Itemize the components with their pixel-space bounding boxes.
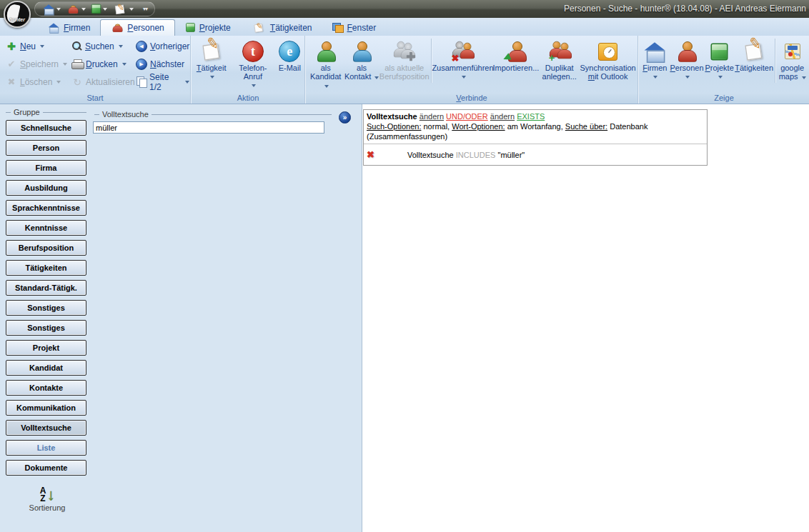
tab-projekte[interactable]: Projekte: [175, 19, 241, 36]
sidebar-item-sprachkenntnisse[interactable]: Sprachkenntnisse: [6, 200, 86, 216]
chevron-down-icon: [81, 8, 86, 11]
duplikat-anlegen-button[interactable]: + Duplikat anlegen...: [539, 37, 580, 93]
sidebar-item-kommunikation[interactable]: Kommunikation: [6, 400, 86, 416]
taetigkeit-button[interactable]: Tätigkeit: [193, 37, 229, 93]
chevron-down-icon: [653, 76, 657, 79]
outlook-sync-icon: [598, 43, 617, 61]
zeige-firmen-button[interactable]: Firmen: [640, 37, 670, 93]
tab-fenster[interactable]: Fenster: [322, 19, 387, 36]
sidebar-item-liste[interactable]: Liste: [6, 440, 86, 456]
drucken-button[interactable]: Drucken: [70, 56, 137, 71]
als-aktuelle-berufsposition-button: ✚ als aktuelle Berufsposition: [379, 37, 430, 93]
next-circle-icon: ▶: [136, 59, 147, 70]
cube-icon: [186, 23, 195, 32]
cube-icon: [711, 43, 728, 60]
importieren-button[interactable]: Importieren...: [493, 37, 540, 93]
home-icon: [645, 42, 665, 61]
sidebar-item-schnellsuche[interactable]: Schnellsuche: [6, 120, 86, 136]
telefon-anruf-button[interactable]: t Telefon-Anruf: [229, 37, 276, 93]
tab-firmen[interactable]: Firmen: [37, 19, 100, 36]
qat-personen-button[interactable]: [64, 1, 87, 18]
qat-firmen-button[interactable]: [41, 3, 62, 16]
sidebar-item-ausbildung[interactable]: Ausbildung: [6, 180, 86, 196]
sidebar-item-firma[interactable]: Firma: [6, 160, 86, 176]
home-icon: [49, 23, 59, 32]
such-optionen-label[interactable]: Such-Optionen:: [367, 122, 421, 131]
double-arrow-icon: »: [343, 114, 347, 121]
ribbon-tab-row: Firmen Personen Projekte Tätigkeiten Fen…: [0, 18, 809, 36]
aendern-link-2[interactable]: ändern: [490, 112, 515, 121]
sidebar-item-volltextsuche[interactable]: Volltextsuche: [6, 420, 86, 436]
sidebar-item-kontakte[interactable]: Kontakte: [6, 380, 86, 396]
exists-link[interactable]: EXISTS: [517, 112, 545, 121]
query-condition-row[interactable]: ✖ Volltextsuche INCLUDES "müller": [364, 144, 707, 165]
save-icon: ✔: [6, 59, 17, 69]
contact-person-icon: [352, 41, 371, 62]
sidebar-item-sonstiges-2[interactable]: Sonstiges: [6, 320, 86, 336]
search-workspace-panel: Gruppe Schnellsuche Person Firma Ausbild…: [0, 104, 362, 532]
chevron-down-icon: [40, 45, 44, 48]
sidebar-item-berufsposition[interactable]: Berufsposition: [6, 240, 86, 256]
und-oder-link[interactable]: UND/ODER: [446, 112, 488, 121]
qat-projekte-button[interactable]: [89, 3, 109, 15]
sidebar-item-dokumente[interactable]: Dokumente: [6, 460, 86, 476]
chevron-down-icon: [802, 76, 806, 79]
chevron-down-icon: [210, 76, 214, 79]
chevron-down-icon: [56, 8, 61, 11]
vorheriger-button[interactable]: ◀ Vorheriger: [134, 39, 191, 54]
ribbon-group-start: ✚ Neu ✔ Speichern ✖ Löschen Suchen: [0, 36, 191, 104]
neu-button[interactable]: ✚ Neu: [4, 39, 69, 54]
als-kontakt-button[interactable]: als Kontakt: [344, 37, 379, 93]
sortierung-control[interactable]: A Z ↓ Sortierung: [26, 487, 69, 512]
current-position-icon: ✚: [392, 41, 417, 63]
seite-button[interactable]: Seite 1/2: [134, 74, 191, 89]
task-pencil-icon: [114, 4, 125, 14]
chevron-down-icon: [462, 76, 466, 79]
sidebar-item-person[interactable]: Person: [6, 140, 86, 156]
naechster-button[interactable]: ▶ Nächster: [134, 56, 191, 71]
task-pencil-icon: [202, 41, 222, 61]
suchen-button[interactable]: Suchen: [70, 39, 137, 54]
qat-taetigkeit-button[interactable]: [111, 1, 135, 18]
run-search-button[interactable]: »: [339, 111, 351, 124]
app-logo-hunter[interactable]: hunter: [4, 1, 31, 28]
group-separator: [431, 39, 432, 83]
window-icon: [332, 23, 344, 33]
person-icon: [114, 24, 121, 32]
sidebar-item-sonstiges-1[interactable]: Sonstiges: [6, 300, 86, 316]
aendern-link-1[interactable]: ändern: [420, 112, 444, 121]
delete-icon: ✖: [6, 76, 17, 87]
query-title: Volltextsuche: [367, 112, 417, 121]
ribbon-group-verbinde: als Kandidat als Kontakt ✚ als aktuelle …: [306, 36, 638, 104]
home-icon: [43, 4, 54, 14]
delete-condition-icon[interactable]: ✖: [367, 149, 374, 160]
tab-taetigkeiten[interactable]: Tätigkeiten: [241, 19, 322, 36]
wort-optionen-label[interactable]: Wort-Optionen:: [452, 122, 505, 131]
zeige-projekte-button[interactable]: Projekte: [704, 37, 735, 93]
refresh-icon: ↻: [71, 76, 83, 88]
volltextsuche-input[interactable]: [93, 121, 324, 134]
email-button[interactable]: e E-Mail: [276, 37, 303, 93]
person-icon: [678, 41, 696, 62]
zusammenfuehren-button[interactable]: ✖ Zusammenführen: [433, 37, 493, 93]
als-kandidat-button[interactable]: als Kandidat: [307, 37, 344, 93]
tab-personen[interactable]: Personen: [100, 19, 174, 36]
task-pencil-icon: [254, 22, 264, 32]
query-result-panel: Volltextsuche ändern UND/ODER ändern EXI…: [363, 104, 809, 532]
sidebar-item-kandidat[interactable]: Kandidat: [6, 360, 86, 376]
sidebar-item-taetigkeiten[interactable]: Tätigkeiten: [6, 260, 86, 276]
outlook-sync-button[interactable]: Synchronisation mit Outlook: [580, 37, 636, 93]
zeige-taetigkeiten-button[interactable]: Tätigkeiten: [735, 37, 773, 93]
zeige-personen-button[interactable]: Personen: [670, 37, 705, 93]
suche-ueber-label[interactable]: Suche über:: [565, 122, 607, 131]
sidebar-item-projekt[interactable]: Projekt: [6, 340, 86, 356]
query-definition-box: Volltextsuche ändern UND/ODER ändern EXI…: [363, 109, 708, 166]
chevron-down-icon: [185, 81, 189, 84]
sidebar-item-standard-taetigk[interactable]: Standard-Tätigk.: [6, 280, 86, 296]
qat-customize-button[interactable]: ▾▾: [143, 6, 147, 12]
sidebar-item-kenntnisse[interactable]: Kenntnisse: [6, 220, 86, 236]
search-icon: [71, 41, 82, 51]
group-label-aktion: Aktion: [192, 94, 304, 104]
google-maps-button[interactable]: google maps: [777, 37, 808, 93]
quick-access-toolbar: ▾▾: [34, 1, 155, 16]
